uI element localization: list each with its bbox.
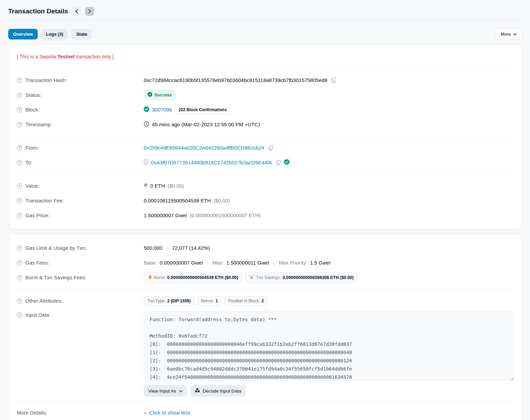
view-input-as-label: View Input As (148, 388, 176, 394)
help-icon[interactable]: ? (17, 122, 22, 127)
gas-usage-value: 72,077 (14.42%) (172, 245, 210, 251)
next-transaction-button[interactable] (85, 7, 94, 16)
eth-icon (144, 183, 148, 189)
divider (17, 401, 513, 401)
copy-icon[interactable] (331, 78, 337, 83)
to-address-link[interactable]: 0xA3f07D6773514480b918C2742b027b3acD9E44… (151, 160, 272, 165)
from-row: ? From: 0x259c49E65644a020C2A642260a4ffB… (17, 140, 513, 155)
tab-overview[interactable]: Overview (8, 29, 38, 39)
separator: | (205, 260, 210, 266)
input-data-row: ? Input Data: Function: forward(address … (17, 308, 513, 397)
help-icon[interactable]: ? (17, 198, 22, 203)
help-icon[interactable]: ? (17, 160, 22, 165)
tabs-row: Overview Logs (3) State More (8, 28, 522, 40)
testnet-notice-suffix: transaction only ] (75, 54, 114, 59)
input-data-textarea[interactable]: Function: forward(address to,bytes data)… (144, 311, 514, 381)
chevron-down-icon (513, 32, 517, 37)
chevron-right-icon (88, 9, 91, 13)
decode-input-data-button[interactable]: Decode Input Data (190, 385, 246, 397)
transaction-hash-row: ? Transaction Hash: 0xc72d984ccac6190b5f… (17, 73, 513, 88)
to-row: ? To: 0xA3f07D6773514480b918C2742b027b3a… (17, 155, 513, 170)
decode-input-data-label: Decode Input Data (203, 388, 242, 394)
gas-fees-row: ? Gas Fees: Base: 0.000000007 Gwei | Max… (17, 255, 513, 270)
contract-icon (144, 159, 148, 166)
previous-transaction-button[interactable] (72, 7, 81, 16)
transaction-fee-row: ? Transaction Fee: 0.000108115500504539 … (17, 193, 513, 208)
copy-icon[interactable] (269, 145, 274, 151)
copy-icon[interactable] (276, 160, 281, 165)
position-in-block-value: 2 (261, 299, 264, 303)
show-less-link[interactable]: Click to show less (149, 410, 190, 416)
separator: | (165, 245, 169, 251)
burnt-savings-row: ? Burnt & Txn Savings Fees: Burnt: 0.000… (17, 270, 513, 285)
gas-limit-label: Gas Limit & Usage by Txn: (25, 245, 86, 251)
position-in-block-label: Position In Block: (228, 299, 260, 303)
status-label: Status: (25, 92, 42, 98)
block-row: ? Block: 3007096 222 Block Confirmations (17, 102, 513, 117)
help-icon[interactable]: ? (17, 213, 22, 218)
help-icon[interactable]: ? (17, 260, 22, 266)
transaction-hash-label: Transaction Hash: (25, 77, 67, 83)
gas-price-amount: 1.500000007 Gwei (144, 212, 187, 218)
help-icon[interactable]: ? (17, 275, 22, 280)
input-data-label: Input Data: (25, 312, 50, 318)
max-fee-value: 1.500000011 Gwei (226, 260, 269, 266)
more-details-label: More Details: (17, 410, 47, 416)
value-label: Value: (25, 183, 39, 189)
page-title: Transaction Details (8, 8, 68, 15)
block-label: Block: (25, 107, 39, 113)
value-row: ? Value: 0 ETH ($0.00) (17, 178, 513, 193)
more-button-label: More (500, 32, 511, 37)
view-input-as-button[interactable]: View Input As (144, 385, 187, 397)
burnt-fee-label: Burnt: (154, 275, 165, 280)
transaction-fee-usd: ($0.00) (214, 198, 230, 203)
help-icon[interactable]: ? (17, 107, 22, 113)
nonce-value: 1 (216, 299, 218, 303)
burnt-fee-badge: Burnt: 0.000000000000504539 ETH ($0.00) (144, 272, 242, 283)
burnt-savings-label: Burnt & Txn Savings Fees: (25, 275, 86, 280)
to-label: To: (25, 160, 32, 165)
gas-price-label: Gas Price: (25, 212, 49, 218)
more-button[interactable]: More (495, 28, 522, 40)
help-icon[interactable]: ? (17, 92, 22, 98)
status-badge: Success (144, 90, 176, 100)
testnet-notice: [ This is a Sepolia Testnet transaction … (17, 51, 513, 64)
divider (17, 289, 513, 289)
txn-type-badge: Txn Type: 2 (EIP-1559) (144, 296, 195, 306)
check-circle-icon (144, 106, 149, 113)
value-usd: ($0.00) (168, 183, 184, 189)
other-attributes-row: ? Other Attributes: Txn Type: 2 (EIP-155… (17, 293, 513, 308)
help-icon[interactable]: ? (17, 183, 22, 189)
nonce-badge: Nonce: 1 (197, 296, 222, 306)
help-icon[interactable]: ? (17, 245, 22, 251)
tab-logs[interactable]: Logs (3) (41, 29, 68, 39)
base-fee-value: 0.000000007 Gwei (160, 260, 203, 266)
timestamp-value: 45 mins ago (Mar-02-2023 12:55:00 PM +UT… (152, 121, 260, 127)
verified-check-icon (284, 159, 290, 166)
help-icon[interactable]: ? (17, 145, 22, 151)
gas-limit-value: 500,000 (144, 245, 162, 251)
page-header: Transaction Details (8, 0, 522, 21)
transaction-fee-amount: 0.000108115500504539 ETH (144, 198, 211, 203)
max-priority-fee-value: 1.5 Gwei (310, 260, 330, 266)
txn-type-label: Txn Type: (148, 299, 165, 303)
help-icon[interactable]: ? (17, 78, 22, 83)
money-wings-icon (249, 275, 254, 280)
help-icon[interactable]: ? (17, 298, 22, 304)
testnet-notice-prefix: [ This is a Sepolia (17, 54, 57, 59)
burnt-fee-value: 0.000000000000504539 ETH ($0.00) (167, 275, 238, 280)
transaction-fee-label: Transaction Fee: (25, 198, 64, 203)
testnet-notice-bold: Testnet (57, 54, 75, 59)
transaction-hash-value: 0xc72d984ccac6190b5f135576eb97b03604bc81… (144, 77, 327, 83)
timestamp-label: Timestamp: (25, 121, 52, 127)
from-address-link[interactable]: 0x259c49E65644a020C2A642260a4ffB0CD862cb… (144, 145, 264, 151)
from-label: From: (25, 145, 39, 151)
check-circle-icon (148, 92, 152, 98)
transaction-more-card: ? Gas Limit & Usage by Txn: 500,000 | 72… (8, 234, 522, 420)
help-icon[interactable]: ? (17, 312, 22, 318)
block-number-link[interactable]: 3007096 (152, 107, 172, 113)
minus-icon: – (144, 410, 146, 416)
max-priority-fee-label: Max Priority: (279, 260, 307, 266)
tab-state[interactable]: State (71, 29, 92, 39)
status-badge-label: Success (154, 93, 172, 97)
